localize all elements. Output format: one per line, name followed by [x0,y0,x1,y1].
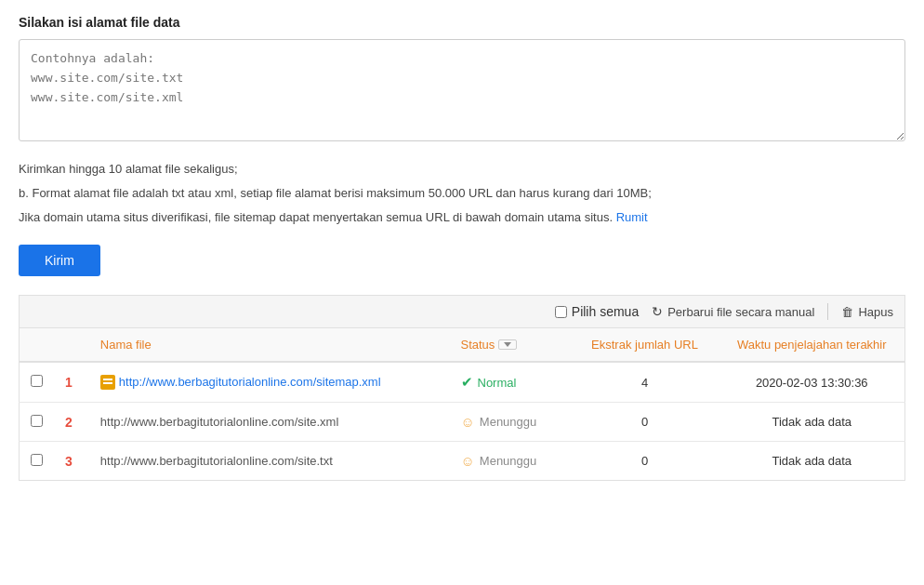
submit-button[interactable]: Kirim [19,245,100,276]
refresh-button[interactable]: ↻ Perbarui file secara manual [652,304,814,319]
table-toolbar: Pilih semua ↻ Perbarui file secara manua… [19,295,905,327]
th-lastcrawl: Waktu penjelajahan terakhir [719,328,905,363]
table-body: 1http://www.berbagitutorialonline.com/si… [20,362,905,481]
form-section: Silakan isi alamat file data [19,15,905,144]
refresh-icon: ↻ [652,304,663,319]
last-crawl: Tidak ada data [719,403,905,442]
status-label: Normal [478,376,517,390]
rumit-link[interactable]: Rumit [616,210,648,224]
table-row: 2http://www.berbagitutorialonline.com/si… [20,403,905,442]
toolbar-divider [827,303,828,320]
file-cell: http://www.berbagitutorialonline.com/sit… [89,403,450,442]
chevron-down-icon [504,342,511,347]
file-cell: http://www.berbagitutorialonline.com/sit… [89,442,450,481]
refresh-label: Perbarui file secara manual [667,305,814,319]
select-all-group: Pilih semua [555,304,639,319]
status-label: Menunggu [480,415,536,429]
status-dropdown-button[interactable] [498,339,517,350]
row-number: 1 [65,375,73,390]
info-line1: Kirimkan hingga 10 alamat file sekaligus… [19,157,905,181]
th-filename: Nama file [89,328,450,363]
status-waiting-icon: ☺ [461,414,475,430]
url-count: 0 [571,403,719,442]
select-all-label: Pilih semua [572,304,639,319]
info-section: Kirimkan hingga 10 alamat file sekaligus… [19,157,905,230]
url-input[interactable] [19,39,905,141]
info-line3: Jika domain utama situs diverifikasi, fi… [19,206,905,230]
last-crawl: Tidak ada data [719,442,905,481]
status-normal-icon: ✔ [461,374,473,391]
status-cell: ☺Menunggu [450,403,571,442]
row-checkbox[interactable] [31,375,43,387]
trash-icon: 🗑 [841,305,853,319]
row-number: 3 [65,454,73,469]
delete-label: Hapus [858,305,893,319]
last-crawl: 2020-02-03 13:30:36 [719,362,905,403]
status-waiting-icon: ☺ [461,453,475,469]
url-count: 4 [571,362,719,403]
row-number: 2 [65,415,73,430]
file-url: http://www.berbagitutorialonline.com/sit… [100,415,339,429]
delete-button[interactable]: 🗑 Hapus [841,305,893,319]
file-table: Nama file Status Ekstrak jumlah URL Wakt… [19,327,905,481]
file-url: http://www.berbagitutorialonline.com/sit… [100,454,333,468]
file-link[interactable]: http://www.berbagitutorialonline.com/sit… [119,375,381,389]
table-row: 1http://www.berbagitutorialonline.com/si… [20,362,905,403]
info-line2: b. Format alamat file adalah txt atau xm… [19,181,905,206]
table-row: 3http://www.berbagitutorialonline.com/si… [20,442,905,481]
sitemap-icon [100,375,115,390]
row-checkbox[interactable] [31,415,43,427]
th-num [54,328,89,363]
file-cell: http://www.berbagitutorialonline.com/sit… [89,362,450,403]
status-cell: ✔Normal [450,362,571,403]
table-header-row: Nama file Status Ekstrak jumlah URL Wakt… [20,328,905,363]
status-header-label: Status [461,338,495,352]
form-title: Silakan isi alamat file data [19,15,905,30]
status-cell: ☺Menunggu [450,442,571,481]
select-all-checkbox[interactable] [555,306,567,318]
row-checkbox[interactable] [31,454,43,466]
th-status: Status [450,328,571,363]
url-count: 0 [571,442,719,481]
th-count: Ekstrak jumlah URL [571,328,719,363]
th-checkbox [20,328,55,363]
status-label: Menunggu [480,454,536,468]
